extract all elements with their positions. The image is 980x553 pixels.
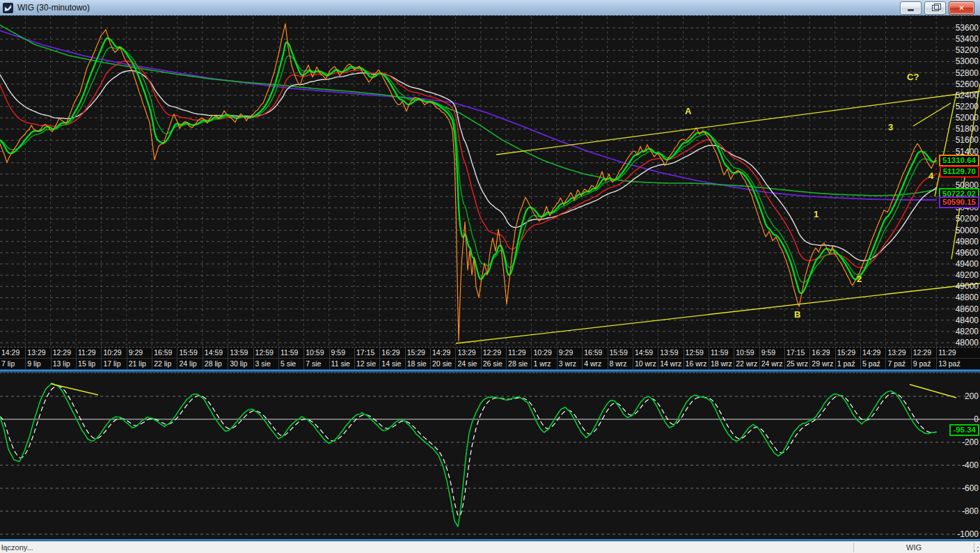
x-axis-time-label: 15:29: [405, 348, 430, 359]
x-axis-time-label: 11:29: [506, 348, 531, 359]
price-axis-tick: 48400: [956, 316, 979, 325]
x-axis-time-label: 12:29: [911, 348, 936, 359]
x-axis-date-label: 1 paź: [835, 359, 860, 370]
x-axis-date-label: 16 wrz: [683, 359, 709, 370]
price-axis-tick: 52000: [956, 113, 979, 123]
price-axis-tick: 49000: [956, 281, 979, 291]
x-axis-time-label: 10:29: [531, 348, 556, 359]
x-axis-date-label: 7 lip: [0, 359, 25, 370]
x-axis-time-label: 14:29: [430, 348, 455, 359]
x-axis-date-label: 3 wrz: [557, 359, 582, 370]
price-axis-tick: 48200: [956, 327, 979, 336]
x-axis-time-label: 16:29: [379, 348, 404, 359]
wave-label-2: 2: [857, 274, 862, 284]
x-axis-time-label: 16:59: [152, 348, 177, 359]
price-axis-tick: 53200: [956, 45, 979, 55]
x-axis-time-label: 10:59: [303, 348, 329, 359]
x-axis-time-row: 14:2913:2912:2911:2910:299:2916:5915:591…: [0, 347, 980, 358]
x-axis-time-label: 13:29: [25, 348, 50, 359]
connection-status: łączony...: [1, 543, 33, 552]
x-axis-time-label: 16:59: [582, 348, 607, 359]
x-axis-time-label: 16:29: [809, 348, 835, 359]
x-axis-time-label: 15:59: [608, 348, 633, 359]
x-axis-time-label: 14:59: [633, 348, 658, 359]
x-axis-time-label: 15:59: [177, 348, 202, 359]
price-axis-tick: 50000: [956, 226, 979, 235]
x-axis-date-label: 8 wrz: [608, 359, 633, 370]
x-axis-date-label: 9 lip: [25, 359, 50, 370]
price-axis-tick: 49200: [956, 270, 979, 280]
oscillator-axis-tick: 200: [965, 391, 979, 401]
oscillator-panel[interactable]: [0, 373, 980, 539]
x-axis-date-label: 14 sie: [379, 359, 404, 370]
price-axis-tick: 48000: [956, 338, 979, 348]
x-axis-date-label: 4 wrz: [582, 359, 607, 370]
price-axis-tick: 49400: [956, 259, 979, 269]
minimize-button[interactable]: [900, 1, 922, 15]
x-axis-date-label: 7 sie: [303, 359, 329, 370]
oscillator-axis-tick: -1000: [957, 529, 979, 539]
app-window: WIG (30-minutowo) ✕ 14:2913:2912:2911:29…: [0, 0, 980, 553]
oscillator-value-flag: -95.34: [949, 424, 979, 436]
x-axis-date-label: 18 wrz: [709, 359, 734, 370]
price-flag: 50590.15: [939, 196, 979, 208]
app-icon: [3, 3, 13, 13]
x-axis-date-label: 26 sie: [481, 359, 506, 370]
wave-label-B: B: [794, 309, 800, 320]
x-axis-date-label: 24 lip: [177, 359, 202, 370]
x-axis-time-label: 10:59: [734, 348, 759, 359]
x-axis-date-label: 17 lip: [101, 359, 126, 370]
x-axis-date-label: 12 sie: [354, 359, 379, 370]
x-axis-time-label: 9:29: [127, 348, 152, 359]
restore-button[interactable]: [924, 1, 946, 15]
price-axis-tick: 52400: [956, 91, 979, 100]
x-axis-time-label: 12:29: [51, 348, 76, 359]
x-axis-date-label: 5 paź: [860, 359, 885, 370]
resize-grip[interactable]: [971, 544, 979, 552]
x-axis-date-label: 24 sie: [455, 359, 480, 370]
oscillator-axis-tick: 0: [974, 414, 979, 424]
x-axis-time-label: 9:29: [557, 348, 582, 359]
oscillator-axis-tick: -400: [962, 460, 979, 470]
x-axis-time-label: 10:29: [101, 348, 126, 359]
price-flag: 51129.70: [940, 166, 979, 178]
price-axis-tick: 53600: [956, 23, 979, 33]
x-axis-date-label: 11 sie: [329, 359, 354, 370]
oscillator-axis-tick: -200: [962, 437, 979, 447]
x-axis-time-label: 11:59: [709, 348, 734, 359]
price-axis-tick: 50200: [956, 214, 979, 224]
x-axis-date-label: 10 wrz: [633, 359, 658, 370]
x-axis-time-label: 15:29: [835, 348, 860, 359]
x-axis-time-label: 13:59: [658, 348, 683, 359]
x-axis-date-row: 7 lip9 lip13 lip15 lip17 lip21 lip22 lip…: [0, 358, 980, 369]
x-axis-date-label: 14 wrz: [658, 359, 683, 370]
x-axis-time-label: 13:29: [455, 348, 480, 359]
price-flag: 51310.64: [939, 155, 979, 166]
price-chart-panel[interactable]: [0, 15, 980, 347]
price-axis-tick: 53400: [956, 34, 979, 44]
x-axis-date-label: 13 lip: [51, 359, 76, 370]
x-axis-date-label: 30 lip: [228, 359, 253, 370]
x-axis-time-label: 9:59: [759, 348, 784, 359]
x-axis-time-label: 12:29: [481, 348, 506, 359]
x-axis-date-label: 18 sie: [405, 359, 430, 370]
window-controls: ✕: [900, 1, 974, 15]
price-axis-tick: 52800: [956, 68, 979, 78]
oscillator-axis-tick: -600: [962, 483, 979, 493]
price-axis-tick: 51600: [956, 135, 979, 145]
x-axis-date-label: 25 wrz: [784, 359, 809, 370]
wave-label-3: 3: [888, 122, 893, 132]
x-axis-time-label: 12:59: [683, 348, 709, 359]
close-button[interactable]: ✕: [949, 1, 974, 15]
x-axis-time-label: 11:29: [936, 348, 961, 359]
x-axis-time-label: 17:15: [354, 348, 379, 359]
x-axis-date-label: 22 wrz: [734, 359, 759, 370]
title-bar[interactable]: WIG (30-minutowo) ✕: [0, 0, 980, 16]
x-axis-time-label: 13:59: [228, 348, 253, 359]
x-axis-date-label: 13 paź: [936, 359, 961, 370]
price-axis-tick: 48600: [956, 304, 979, 314]
x-axis-date-label: 1 wrz: [531, 359, 556, 370]
x-axis-date-label: 29 wrz: [809, 359, 835, 370]
x-axis-date-label: 24 wrz: [759, 359, 784, 370]
x-axis-date-label: 5 sie: [278, 359, 303, 370]
